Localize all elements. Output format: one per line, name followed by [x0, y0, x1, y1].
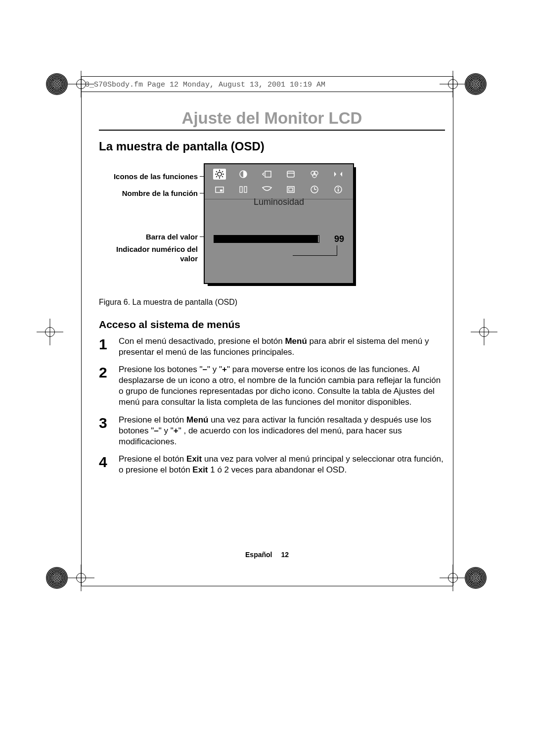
- info-icon: [332, 184, 345, 195]
- content-area: Ajuste del Monitor LCD La muestra de pan…: [99, 109, 445, 480]
- file-header: 3_S70Sbody.fm Page 12 Monday, August 13,…: [85, 81, 325, 89]
- step-body: Presione el botón Menú una vez para acti…: [119, 413, 445, 447]
- svg-rect-19: [220, 189, 222, 191]
- svg-point-0: [218, 172, 222, 176]
- hsize-icon: [332, 169, 345, 180]
- svg-rect-22: [287, 187, 294, 192]
- hpos-icon: [261, 169, 273, 180]
- svg-marker-16: [334, 172, 336, 177]
- svg-rect-10: [265, 171, 271, 177]
- step-number: 2: [99, 363, 119, 408]
- title-rule: [99, 130, 445, 131]
- osd-value-row: 99: [214, 233, 344, 245]
- step-body: Con el menú desactivado, presione el bot…: [119, 334, 445, 358]
- step: 2Presione los botones "–" y "+" para mov…: [99, 363, 445, 408]
- svg-line-7: [216, 176, 217, 177]
- footer-language: Español: [245, 551, 272, 559]
- svg-marker-17: [340, 172, 342, 177]
- rule: [81, 586, 453, 586]
- osdpos-icon: [213, 184, 226, 195]
- label-icons: Iconos de las funciones: [114, 172, 198, 182]
- svg-line-8: [222, 171, 223, 172]
- registration-mark-icon: [46, 567, 68, 589]
- brightness-icon: [213, 169, 226, 180]
- language-icon: [237, 184, 250, 195]
- registration-mark-icon: [46, 73, 68, 95]
- step-number: 4: [99, 452, 119, 475]
- label-value-bar: Barra del valor: [146, 233, 198, 242]
- svg-line-6: [222, 176, 223, 177]
- figure-caption: Figura 6. La muestra de pantalla (OSD): [99, 298, 445, 307]
- subsection-heading: Acceso al sistema de menús: [99, 319, 445, 331]
- clock-icon: [308, 184, 321, 195]
- registration-mark-icon: [465, 567, 487, 589]
- step-number: 3: [99, 413, 119, 447]
- callout-labels: Iconos de las funciones Nombre de la fun…: [99, 163, 198, 282]
- window-icon: [284, 184, 297, 195]
- svg-rect-29: [338, 189, 339, 191]
- page-title: Ajuste del Monitor LCD: [99, 109, 445, 128]
- osd-diagram: Iconos de las funciones Nombre de la fun…: [99, 163, 445, 284]
- svg-rect-11: [287, 171, 294, 177]
- step-body: Presione los botones "–" y "+" para move…: [119, 363, 445, 408]
- step-body: Presione el botón Exit una vez para volv…: [119, 452, 445, 475]
- leader-line: [293, 255, 337, 256]
- steps-list: 1Con el menú desactivado, presione el bo…: [99, 334, 445, 475]
- leader-line: [200, 176, 204, 177]
- crosshair-icon: [37, 319, 63, 345]
- svg-rect-20: [240, 187, 242, 192]
- svg-point-28: [338, 187, 339, 188]
- crosshair-icon: [471, 319, 497, 345]
- panel: Luminosidad 99: [204, 163, 354, 284]
- contrast-icon: [237, 169, 250, 180]
- rule: [81, 92, 453, 92]
- leader-line: [337, 245, 337, 255]
- section-heading: La muestra de pantalla (OSD): [99, 140, 445, 153]
- step: 3Presione el botón Menú una vez para act…: [99, 413, 445, 447]
- osd-value-number: 99: [324, 234, 344, 244]
- rule: [453, 76, 453, 586]
- rule: [81, 76, 453, 77]
- leader-line: [200, 193, 204, 193]
- step-number: 1: [99, 334, 119, 358]
- osd-function-name: Luminosidad: [205, 197, 353, 207]
- leader-line: [200, 236, 204, 237]
- color-icon: [308, 169, 321, 180]
- document-page: 3_S70Sbody.fm Page 12 Monday, August 13,…: [0, 0, 534, 756]
- label-numeric-indicator: Indicador numérico del valor: [99, 245, 198, 264]
- osd-panel: Luminosidad 99: [204, 163, 352, 284]
- step: 1Con el menú desactivado, presione el bo…: [99, 334, 445, 358]
- osd-value-bar: [214, 235, 319, 243]
- svg-rect-21: [244, 187, 247, 192]
- footer-page-number: 12: [281, 551, 289, 559]
- label-function-name: Nombre de la función: [122, 189, 198, 198]
- rule: [81, 76, 82, 586]
- function-icons-band: [205, 164, 353, 199]
- registration-mark-icon: [465, 73, 487, 95]
- page-footer: Español 12: [0, 551, 534, 559]
- autolevel-icon: [284, 169, 297, 180]
- shape-icon: [261, 184, 273, 195]
- step: 4Presione el botón Exit una vez para vol…: [99, 452, 445, 475]
- svg-line-5: [216, 171, 217, 172]
- svg-rect-23: [289, 188, 293, 191]
